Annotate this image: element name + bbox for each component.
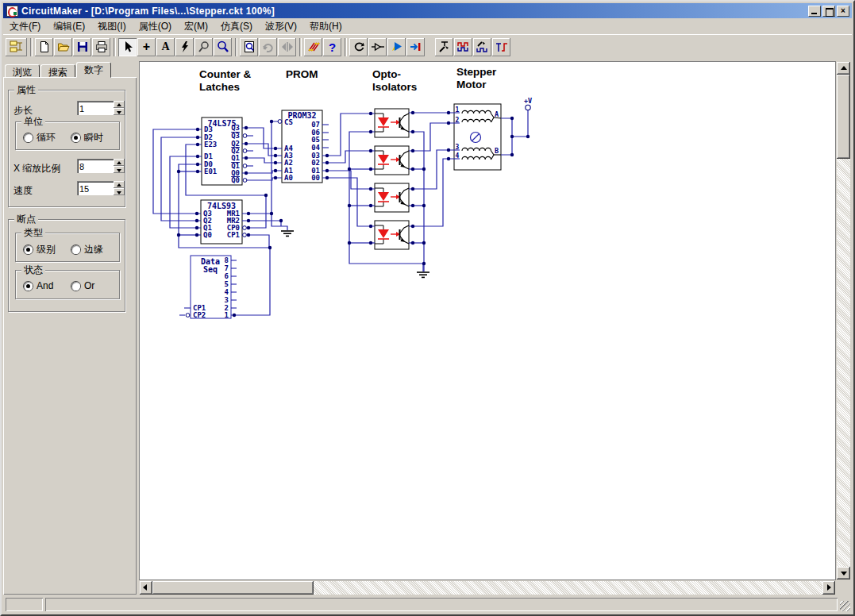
connectivity-check-button[interactable] — [304, 38, 322, 56]
spin-down-icon[interactable] — [114, 188, 125, 195]
text-tool-button[interactable]: A — [156, 38, 175, 56]
horizontal-scrollbar[interactable] — [140, 581, 835, 595]
close-button[interactable]: × — [837, 6, 849, 17]
title-bar[interactable]: CircuitMaker - [D:\Program Files\...\Ste… — [3, 3, 852, 18]
sidebar-tabs: 浏览 搜索 数字 — [5, 62, 112, 78]
run-simulation-button[interactable] — [387, 38, 406, 56]
opto-isolator-4[interactable] — [375, 221, 409, 249]
state-and-label: And — [37, 280, 53, 291]
wire[interactable] — [161, 137, 202, 221]
scroll-right-icon[interactable] — [822, 581, 835, 595]
junction-dot — [526, 135, 530, 138]
parts-bin-button[interactable] — [6, 38, 27, 56]
xscale-input[interactable] — [77, 159, 114, 173]
select-cursor-button[interactable] — [118, 38, 137, 56]
menu-help[interactable]: 帮助(H) — [303, 18, 349, 35]
maximize-button[interactable] — [822, 6, 835, 17]
wire[interactable] — [322, 114, 375, 156]
menu-properties[interactable]: 属性(O) — [133, 18, 178, 35]
undo-button[interactable] — [259, 38, 277, 56]
vertical-scroll-thumb[interactable] — [837, 75, 850, 159]
vertical-scrollbar[interactable] — [837, 62, 850, 579]
step-signal-button[interactable] — [492, 38, 510, 56]
radio-icon[interactable] — [24, 282, 33, 291]
menu-file[interactable]: 文件(F) — [3, 18, 47, 35]
menu-macro[interactable]: 宏(M) — [178, 18, 214, 35]
main-area: 浏览 搜索 数字 属性 步长 单位 循环 瞬时 X 缩放比例 — [3, 59, 852, 596]
opto-isolator-3[interactable] — [375, 183, 409, 212]
type-level-radio[interactable]: 级别 — [24, 243, 56, 256]
reset-simulation-button[interactable] — [349, 38, 368, 56]
probe-tool-button[interactable] — [194, 38, 213, 56]
scope-probe-button[interactable] — [435, 38, 453, 56]
step-input[interactable] — [77, 101, 114, 115]
tab-browse[interactable]: 浏览 — [5, 64, 40, 78]
type-edge-radio[interactable]: 边缘 — [71, 243, 103, 256]
unit-cycle-radio[interactable]: 循环 — [24, 131, 56, 144]
junction-dot — [348, 204, 351, 207]
wire-tool-button[interactable]: + — [137, 38, 156, 56]
new-file-button[interactable] — [35, 38, 53, 56]
wire[interactable] — [247, 195, 266, 228]
schematic-canvas[interactable]: 74LS75D3D2E23D1D0E01Q3Q3Q2Q2Q1Q1Q0Q0PROM… — [140, 62, 835, 579]
tab-search[interactable]: 搜索 — [40, 64, 75, 78]
spin-up-icon[interactable] — [114, 101, 125, 108]
print-button[interactable] — [92, 38, 110, 56]
radio-icon[interactable] — [24, 133, 33, 142]
spin-up-icon[interactable] — [114, 181, 125, 188]
app-icon[interactable] — [6, 6, 18, 17]
wire[interactable] — [247, 235, 269, 248]
pin-label: Q0 — [203, 231, 212, 239]
print-preview-button[interactable] — [240, 38, 258, 56]
scroll-up-icon[interactable] — [837, 62, 850, 75]
inversion-bubble — [186, 314, 190, 318]
zoom-tool-button[interactable] — [214, 38, 232, 56]
wire[interactable] — [322, 178, 375, 226]
probe-waveform-icon — [476, 40, 489, 53]
wire[interactable] — [512, 110, 528, 137]
wire[interactable] — [322, 151, 375, 163]
step-simulation-button[interactable] — [406, 38, 425, 56]
probe-button[interactable] — [368, 38, 387, 56]
horizontal-scroll-thumb[interactable] — [152, 581, 314, 595]
speed-spinner[interactable] — [114, 181, 125, 195]
radio-icon[interactable] — [71, 282, 80, 291]
delete-tool-button[interactable] — [175, 38, 194, 56]
scroll-down-icon[interactable] — [837, 567, 850, 579]
scroll-left-icon[interactable] — [140, 581, 152, 595]
menu-view[interactable]: 视图(I) — [91, 18, 132, 35]
probe-waveforms-button[interactable] — [473, 38, 491, 56]
waveforms-button[interactable] — [454, 38, 472, 56]
wire[interactable] — [322, 171, 375, 189]
spin-up-icon[interactable] — [114, 159, 125, 166]
spin-down-icon[interactable] — [114, 108, 125, 115]
help-button[interactable]: ? — [323, 38, 341, 56]
save-file-button[interactable] — [73, 38, 91, 56]
wire[interactable] — [409, 132, 424, 271]
wire[interactable] — [242, 128, 282, 148]
opto-isolator-2[interactable] — [375, 146, 409, 175]
radio-icon[interactable] — [71, 245, 80, 254]
opto-isolator-1[interactable] — [375, 109, 409, 137]
spin-down-icon[interactable] — [114, 166, 125, 173]
resize-grip[interactable] — [840, 601, 850, 611]
schematic-svg[interactable]: 74LS75D3D2E23D1D0E01Q3Q3Q2Q2Q1Q1Q0Q0PROM… — [140, 62, 835, 579]
wire[interactable] — [409, 123, 454, 151]
tab-digital[interactable]: 数字 — [76, 62, 111, 78]
minimize-button[interactable] — [808, 6, 821, 17]
xscale-spinner[interactable] — [114, 159, 125, 173]
radio-icon[interactable] — [24, 245, 33, 254]
menu-simulation[interactable]: 仿真(S) — [214, 18, 259, 35]
step-spinner[interactable] — [114, 101, 125, 115]
junction-dot — [233, 314, 236, 317]
state-and-radio[interactable]: And — [24, 280, 53, 291]
split-view-button[interactable] — [278, 38, 296, 56]
toolbar-separator — [30, 38, 33, 56]
radio-icon[interactable] — [71, 133, 80, 142]
state-or-radio[interactable]: Or — [71, 280, 94, 291]
menu-waveform[interactable]: 波形(V) — [259, 18, 303, 35]
speed-input[interactable] — [77, 181, 114, 195]
open-file-button[interactable] — [54, 38, 72, 56]
unit-instant-radio[interactable]: 瞬时 — [71, 131, 103, 144]
menu-edit[interactable]: 编辑(E) — [47, 18, 91, 35]
